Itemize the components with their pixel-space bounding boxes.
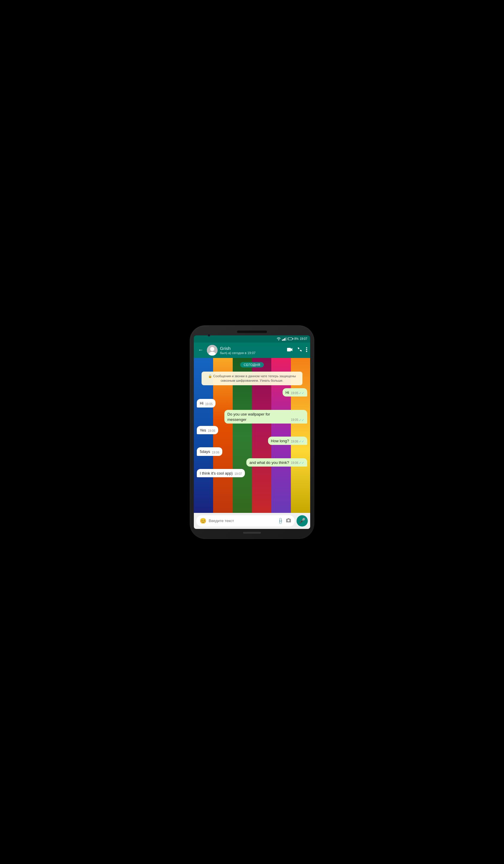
system-message-text: Сообщения и звонки в данном чате теперь …	[213, 374, 296, 382]
svg-point-6	[306, 351, 307, 352]
phone-speaker	[237, 331, 267, 333]
video-call-icon[interactable]	[287, 348, 293, 353]
emoji-button[interactable]: 😊	[200, 518, 206, 524]
contact-info[interactable]: Grish был(-а) сегодня в 19:07	[220, 346, 285, 355]
svg-point-4	[306, 347, 307, 348]
message-time: 19:06	[291, 461, 298, 465]
status-bar: 8% 19:07	[194, 335, 310, 343]
app-header: ← Grish был(-а) сегодня в 19:07	[194, 343, 310, 358]
message-input-wrapper: 😊 📎	[196, 515, 295, 527]
contact-status: был(-а) сегодня в 19:07	[220, 351, 285, 355]
header-actions	[287, 347, 307, 353]
message-text: and what do you think?	[249, 460, 289, 465]
camera-button[interactable]	[286, 518, 291, 524]
clock-time: 19:07	[300, 337, 307, 340]
lock-icon: 🔒	[208, 374, 212, 378]
svg-rect-3	[287, 348, 291, 351]
svg-point-1	[210, 347, 214, 351]
mic-icon: 🎤	[299, 518, 305, 524]
message-row: I think it's cool app) 19:07	[197, 469, 307, 477]
message-time: 19:06	[291, 440, 298, 444]
message-bubble: Hi 19:05 ✓✓	[283, 388, 307, 397]
message-row: 5days 19:06	[197, 447, 307, 456]
message-text: Do you use wallpaper for messenger	[227, 412, 289, 422]
message-bubble: I think it's cool app) 19:07	[197, 469, 245, 477]
message-input[interactable]	[209, 518, 275, 523]
signal-icon	[282, 337, 286, 341]
input-bar: 😊 📎 🎤	[194, 513, 310, 529]
message-bubble: 5days 19:06	[197, 447, 222, 456]
battery-icon	[288, 337, 293, 340]
read-receipt-icon: ✓✓	[299, 461, 304, 465]
message-text: 5days	[200, 449, 210, 454]
svg-point-7	[288, 519, 290, 521]
avatar[interactable]	[207, 345, 218, 356]
message-bubble: Hi 19:05	[197, 399, 216, 407]
message-row: and what do you think? 19:06 ✓✓	[197, 458, 307, 467]
message-time: 19:05	[291, 418, 298, 422]
more-options-icon[interactable]	[306, 347, 307, 353]
message-text: Yes	[200, 428, 206, 433]
date-badge: СЕГОДНЯ	[240, 362, 264, 368]
wifi-icon	[277, 337, 281, 341]
attach-button[interactable]: 📎	[277, 517, 284, 525]
front-camera	[207, 334, 211, 337]
message-bubble: How long? 19:06 ✓✓	[268, 436, 307, 445]
message-row: Do you use wallpaper for messenger 19:05…	[197, 410, 307, 423]
message-time: 19:05	[291, 391, 298, 395]
read-receipt-icon: ✓✓	[299, 391, 304, 395]
phone-bottom-bar	[243, 532, 261, 533]
message-text: Hi	[286, 390, 289, 395]
message-row: How long? 19:06 ✓✓	[197, 436, 307, 445]
chat-messages: СЕГОДНЯ 🔒 Сообщения и звонки в данном ча…	[194, 358, 310, 480]
status-icons: 8% 19:07	[277, 337, 307, 341]
back-button[interactable]: ←	[197, 346, 204, 354]
system-message: 🔒 Сообщения и звонки в данном чате тепер…	[202, 372, 302, 386]
message-row: Yes 19:06	[197, 426, 307, 434]
chat-area: СЕГОДНЯ 🔒 Сообщения и звонки в данном ча…	[194, 358, 310, 513]
read-receipt-icon: ✓✓	[299, 439, 304, 444]
battery-percentage: 8%	[295, 337, 299, 340]
message-bubble: Yes 19:06	[197, 426, 218, 434]
message-row: Hi 19:05 ✓✓	[197, 388, 307, 397]
message-text: I think it's cool app)	[200, 471, 233, 476]
message-bubble: and what do you think? 19:06 ✓✓	[247, 458, 307, 467]
message-row: Hi 19:05	[197, 399, 307, 407]
mic-button[interactable]: 🎤	[297, 515, 308, 527]
message-bubble: Do you use wallpaper for messenger 19:05…	[224, 410, 307, 423]
message-time: 19:07	[235, 472, 242, 476]
svg-point-5	[306, 349, 307, 350]
phone-device: 8% 19:07 ← Grish был(-а) сегодня в 19:07	[190, 325, 314, 539]
read-receipt-icon: ✓✓	[299, 418, 304, 422]
contact-name: Grish	[220, 346, 285, 351]
message-time: 19:05	[205, 402, 213, 406]
phone-call-icon[interactable]	[297, 347, 302, 353]
phone-screen: 8% 19:07 ← Grish был(-а) сегодня в 19:07	[194, 335, 310, 529]
message-text: Hi	[200, 401, 203, 406]
message-time: 19:06	[212, 451, 219, 455]
message-time: 19:06	[208, 429, 215, 433]
message-text: How long?	[271, 439, 289, 444]
